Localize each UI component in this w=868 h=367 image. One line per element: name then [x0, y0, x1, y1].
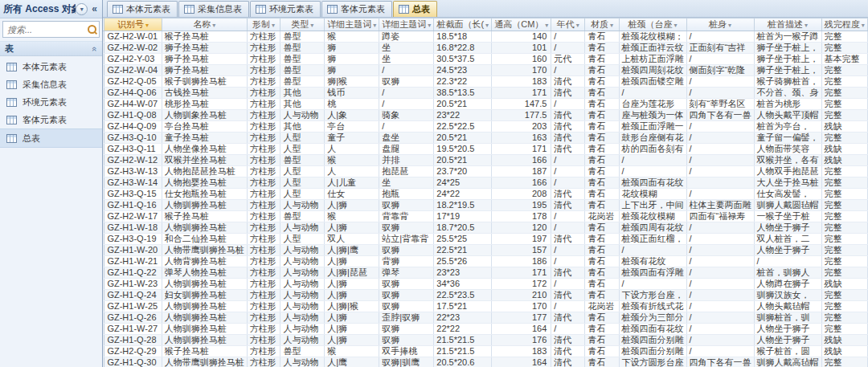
cell[interactable]: 完整	[821, 88, 867, 99]
cell[interactable]: 方柱形	[247, 245, 280, 256]
column-header[interactable]: 桩颈（台座▾	[619, 18, 686, 31]
cell[interactable]: 驭狮	[379, 76, 434, 88]
cell[interactable]: 盘坐	[379, 133, 434, 144]
cell[interactable]: /	[551, 324, 585, 335]
sort-filter-dropdown-icon[interactable]: ▾	[545, 22, 548, 29]
cell[interactable]: 方柱形	[247, 31, 280, 43]
cell[interactable]: 方柱形	[247, 211, 280, 222]
cell[interactable]: 狮	[325, 43, 379, 54]
cell[interactable]: 青石	[585, 133, 619, 144]
cell[interactable]: 19.5*20.5	[434, 144, 492, 155]
cell[interactable]: GZ-H1-Q-30	[104, 357, 162, 367]
cell[interactable]: GZ-H4-Q-09	[104, 121, 162, 133]
cell[interactable]: 方柱形	[247, 357, 280, 367]
cell[interactable]: 基本完整	[821, 54, 867, 65]
cell[interactable]: 人物背狮拴马桩	[162, 256, 247, 267]
cell[interactable]: 青石	[585, 99, 619, 110]
cell[interactable]: GZ-H1-Q-08	[104, 110, 162, 121]
cell[interactable]: 猴子拴马桩	[162, 346, 247, 357]
cell[interactable]: 完整	[821, 65, 867, 76]
cell[interactable]: 人与动物	[280, 357, 325, 367]
cell[interactable]: GZ-H2-W-01	[104, 31, 162, 43]
cell[interactable]: 25.5*25	[434, 234, 492, 245]
cell[interactable]: /	[686, 234, 754, 245]
cell[interactable]: 青石	[585, 31, 619, 43]
cell[interactable]: 24.5*23	[434, 65, 492, 76]
cell[interactable]: 台座为莲花形	[619, 99, 686, 110]
cell[interactable]: 人	[325, 144, 379, 155]
cell[interactable]: 方柱形	[247, 121, 280, 133]
cell[interactable]: 方柱形	[247, 76, 280, 88]
cell[interactable]: /	[551, 166, 585, 177]
cell[interactable]: 方柱形	[247, 88, 280, 99]
cell[interactable]: 人与动物	[280, 110, 325, 121]
cell[interactable]: 方柱形	[247, 346, 280, 357]
cell[interactable]: 清代	[551, 76, 585, 88]
cell[interactable]: 120	[492, 222, 551, 234]
cell[interactable]: 花纹模糊	[619, 189, 686, 200]
cell[interactable]: /	[686, 166, 754, 177]
cell[interactable]: 方柱形	[247, 43, 280, 54]
cell[interactable]: 双猴并坐拴马桩	[162, 155, 247, 166]
cell[interactable]: 完整	[821, 290, 867, 301]
column-header[interactable]: 桩首描述▾	[754, 18, 821, 31]
cell[interactable]: GZ-H1-W-21	[104, 256, 162, 267]
cell[interactable]: /	[686, 54, 754, 65]
cell[interactable]: /	[619, 279, 686, 290]
cell[interactable]: 人与动物	[280, 301, 325, 312]
cell[interactable]: 人物带鹰驯狮拴马桩	[162, 357, 247, 367]
cell[interactable]: 方柱形	[247, 279, 280, 290]
cell[interactable]: 狮子坐于桩上，	[754, 43, 821, 54]
cell[interactable]: GZ-H2-Q-05	[104, 76, 162, 88]
cell[interactable]: 桩首为一猴子蹲	[754, 31, 821, 43]
cell[interactable]: 完整	[821, 256, 867, 267]
cell[interactable]: 完整	[821, 234, 867, 245]
column-header[interactable]: 残完程度▾	[821, 18, 867, 31]
cell[interactable]: 183	[492, 346, 551, 357]
cell[interactable]: 171	[492, 267, 551, 279]
cell[interactable]: 完整	[821, 267, 867, 279]
cell[interactable]: /	[619, 245, 686, 256]
cell[interactable]: 清代	[551, 290, 585, 301]
cell[interactable]: 兽型	[280, 155, 325, 166]
cell[interactable]: /	[379, 65, 434, 76]
cell[interactable]: GZ-H4-Q-06	[104, 88, 162, 99]
cell[interactable]: 人物头戴平顶帽	[754, 110, 821, 121]
cell[interactable]: GZ-H3-Q-11	[104, 144, 162, 155]
cell[interactable]: 其他	[280, 88, 325, 99]
cell[interactable]: 花岗岩	[585, 211, 619, 222]
cell[interactable]: 方柱形	[247, 267, 280, 279]
cell[interactable]: 坐	[379, 43, 434, 54]
cell[interactable]: 花岗岩	[585, 301, 619, 312]
cell[interactable]: 101	[492, 43, 551, 54]
cell[interactable]: 人物驯狮拴马桩	[162, 324, 247, 335]
cell[interactable]: 21.5*21.5	[434, 346, 492, 357]
cell[interactable]: GZ-H1-Q-22	[104, 267, 162, 279]
search-icon[interactable]	[88, 25, 96, 34]
cell[interactable]: /	[686, 346, 754, 357]
cell[interactable]: /	[551, 65, 585, 76]
cell[interactable]: 童子	[325, 133, 379, 144]
cell[interactable]: 方柱形	[247, 155, 280, 166]
column-header[interactable]: 名称▾	[162, 18, 247, 31]
cell[interactable]: 狮	[325, 65, 379, 76]
cell[interactable]: 驯狮人戴高毡帽	[754, 357, 821, 367]
column-header[interactable]: 年代▾	[551, 18, 585, 31]
cell[interactable]: 方柱形	[247, 290, 280, 301]
cell[interactable]: 人物坐于狮子	[754, 335, 821, 346]
cell[interactable]: /	[551, 211, 585, 222]
cell[interactable]: 背狮	[379, 256, 434, 267]
nav-menu-dropdown-icon[interactable]: ▾	[76, 3, 88, 15]
column-header[interactable]: 详细主题词▾	[379, 18, 434, 31]
cell[interactable]: 青石	[585, 222, 619, 234]
cell[interactable]: 163	[492, 133, 551, 144]
cell[interactable]: 青石	[585, 65, 619, 76]
cell[interactable]: /	[686, 76, 754, 88]
cell[interactable]: 桩颈四面有浮雕	[619, 267, 686, 279]
cell[interactable]: 20.5*21	[434, 133, 492, 144]
cell[interactable]: 盘腿	[379, 144, 434, 155]
cell[interactable]: 和合二仙拴马桩	[162, 234, 247, 245]
cell[interactable]: /	[686, 144, 754, 155]
cell[interactable]: 人型	[280, 177, 325, 189]
cell[interactable]: 桩颈正面浮雕一	[619, 121, 686, 133]
